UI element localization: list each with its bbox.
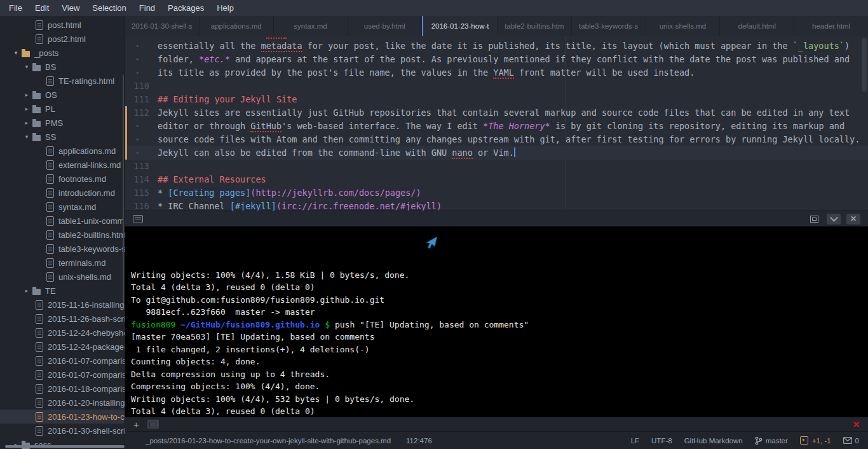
tree-item-external-links.md[interactable]: external-links.md xyxy=(0,158,125,172)
line-content: Jekyll can also be edited from the comma… xyxy=(158,146,868,160)
tab-syntax.md[interactable]: syntax.md xyxy=(274,16,348,36)
tree-item-table2-builtins.html[interactable]: table2-builtins.html xyxy=(0,228,125,242)
file-path[interactable]: _posts/2016-01-23-how-to-create-your-own… xyxy=(146,437,391,445)
git-branch[interactable]: master xyxy=(755,436,788,445)
menu-edit[interactable]: Edit xyxy=(29,0,55,16)
tree-item-2015-12-24-package-m[interactable]: 2015-12-24-package-m xyxy=(0,340,125,354)
notifications[interactable]: 0 xyxy=(843,437,859,445)
text-editor[interactable]: •essentially all the metadata for your p… xyxy=(125,36,868,211)
tree-item-introduction.md[interactable]: introduction.md xyxy=(0,186,125,200)
tab-unix-shells.md[interactable]: unix-shells.md xyxy=(646,16,720,36)
wrap-bullet: • xyxy=(125,53,158,66)
editor-line[interactable]: •source code files with Atom and then co… xyxy=(125,133,868,146)
tab-used-by.html[interactable]: used-by.html xyxy=(348,16,421,36)
tree-item-unix-shells.md[interactable]: unix-shells.md xyxy=(0,270,125,284)
editor-line[interactable]: 114## External Resources xyxy=(125,173,868,186)
editor-line[interactable]: •its title as provided by the post's fil… xyxy=(125,66,868,79)
tree-item-terminals.md[interactable]: terminals.md xyxy=(0,256,125,270)
tree-item-label: TE xyxy=(45,286,56,296)
terminal-tab-icon[interactable] xyxy=(147,420,159,429)
tree-item-OS[interactable]: ▸OS xyxy=(0,88,125,102)
editor-line[interactable]: 115* [Creating pages](http://jekyllrb.co… xyxy=(125,186,868,200)
tree-item-label: 2016-01-07-comparison xyxy=(48,370,125,380)
tree-item-BS[interactable]: ▾BS xyxy=(0,60,125,74)
tree-item-2016-01-23-how-to-cre[interactable]: 2016-01-23-how-to-cre xyxy=(0,410,125,424)
editor-line[interactable]: 116* IRC Channel [#jekyll](irc://irc.fre… xyxy=(125,200,868,211)
encoding[interactable]: UTF-8 xyxy=(651,437,672,445)
file-tree: post.htmlpost2.html▾_posts▾BSTE-ratings.… xyxy=(0,16,125,449)
tree-item-label: unix-shells.md xyxy=(58,272,111,282)
file-icon xyxy=(46,244,54,254)
editor-line[interactable]: 113 xyxy=(125,160,868,173)
tree-item-2016-01-07-comparison[interactable]: 2016-01-07-comparison xyxy=(0,354,125,368)
menu-selection[interactable]: Selection xyxy=(86,0,132,16)
tree-item-label: PMS xyxy=(45,118,63,128)
editor-line[interactable]: 112Jekyll sites are essentially just Git… xyxy=(125,106,868,120)
editor-scrollbar[interactable] xyxy=(862,38,867,92)
tree-item-2015-11-16-installing-m[interactable]: 2015-11-16-installing-m xyxy=(0,298,125,312)
menu-view[interactable]: View xyxy=(55,0,86,16)
menu-find[interactable]: Find xyxy=(133,0,161,16)
tree-item-TE-ratings.html[interactable]: TE-ratings.html xyxy=(0,74,125,88)
terminal-output[interactable]: Writing objects: 100% (4/4), 1.58 KiB | … xyxy=(125,226,868,417)
terminal-line: fusion809 ~/GitHub/fusion809.github.io $… xyxy=(131,319,868,331)
tree-item-TE[interactable]: ▸TE xyxy=(0,284,125,298)
chevron-down-icon[interactable] xyxy=(827,214,841,224)
close-icon[interactable]: ✕ xyxy=(846,214,860,224)
plus-icon[interactable]: + xyxy=(133,420,139,429)
line-content: its title as provided by the post's file… xyxy=(158,66,868,79)
tab-2016-01-30-shell-s[interactable]: 2016-01-30-shell-s xyxy=(125,16,199,36)
tree-horizontal-scrollbar[interactable] xyxy=(5,445,125,448)
terminal-line: To git@github.com:fusion809/fusion809.gi… xyxy=(131,294,868,307)
tree-item-2016-01-20-installing-a[interactable]: 2016-01-20-installing-a xyxy=(0,396,125,410)
tree-item-post2.html[interactable]: post2.html xyxy=(0,32,125,46)
editor-line[interactable]: •folder, *etc.* and appears at the start… xyxy=(125,53,868,66)
tree-item-2016-01-18-comparison[interactable]: 2016-01-18-comparison xyxy=(0,382,125,396)
file-icon xyxy=(46,216,54,226)
tree-item-post.html[interactable]: post.html xyxy=(0,18,125,32)
close-icon-red[interactable]: ✕ xyxy=(853,420,860,429)
editor-line[interactable]: •essentially all the metadata for your p… xyxy=(125,39,868,53)
tree-item-syntax.md[interactable]: syntax.md xyxy=(0,200,125,214)
git-diff-icon xyxy=(800,436,808,445)
line-ending[interactable]: LF xyxy=(631,437,639,445)
tree-item-table1-unix-comman[interactable]: table1-unix-comman xyxy=(0,214,125,228)
file-icon xyxy=(46,76,54,86)
tree-item-SS[interactable]: ▾SS xyxy=(0,130,125,144)
menu-file[interactable]: File xyxy=(3,0,29,16)
editor-line[interactable]: •Jekyll can also be edited from the comm… xyxy=(125,146,868,160)
tab-table2-builtins.htm[interactable]: table2-builtins.htm xyxy=(498,16,571,36)
tree-vertical-scrollbar[interactable] xyxy=(123,74,124,303)
tab-header.html[interactable]: header.html xyxy=(794,16,868,36)
terminal-line: [master 70ea503] [TE] Updating, based on… xyxy=(131,331,868,343)
file-icon xyxy=(36,426,43,436)
tab-2016-01-23-how-t[interactable]: 2016-01-23-how-t xyxy=(422,16,497,36)
tree-item-PL[interactable]: ▸PL xyxy=(0,102,125,116)
line-content: essentially all the metadata for your po… xyxy=(158,39,868,53)
maximize-icon[interactable] xyxy=(807,214,821,224)
menu-packages[interactable]: Packages xyxy=(161,0,210,16)
editor-line[interactable]: •editor or through GitHub's web-based in… xyxy=(125,120,868,133)
tree-item-label: footnotes.md xyxy=(58,174,106,184)
mouse-pointer xyxy=(424,235,440,252)
tree-item-PMS[interactable]: ▸PMS xyxy=(0,116,125,130)
tab-applications.md[interactable]: applications.md xyxy=(200,16,273,36)
menu-help[interactable]: Help xyxy=(210,0,240,16)
tree-item-2016-01-30-shell-script[interactable]: 2016-01-30-shell-script xyxy=(0,424,125,438)
tree-item-2016-01-07-comparison[interactable]: 2016-01-07-comparison xyxy=(0,368,125,382)
cursor-position[interactable]: 112:476 xyxy=(406,437,432,445)
tree-item-_posts[interactable]: ▾_posts xyxy=(0,46,125,60)
tree-item-2015-12-24-chebyshev[interactable]: 2015-12-24-chebyshev xyxy=(0,326,125,340)
file-icon xyxy=(36,314,43,324)
grammar-selector[interactable]: GitHub Markdown xyxy=(684,437,743,445)
tab-table3-keywords-s[interactable]: table3-keywords-s xyxy=(572,16,646,36)
tree-item-footnotes.md[interactable]: footnotes.md xyxy=(0,172,125,186)
git-diff[interactable]: +1, -1 xyxy=(800,436,831,445)
file-icon xyxy=(46,202,54,212)
tab-default.html[interactable]: default.html xyxy=(720,16,794,36)
editor-line[interactable]: 111## Editing your Jekyll Site xyxy=(125,93,868,106)
tree-item-table3-keywords-sc[interactable]: table3-keywords-sc xyxy=(0,242,125,256)
editor-line[interactable]: 110 xyxy=(125,79,868,93)
tree-item-applications.md[interactable]: applications.md xyxy=(0,144,125,158)
tree-item-2015-11-26-bash-script[interactable]: 2015-11-26-bash-script xyxy=(0,312,125,326)
